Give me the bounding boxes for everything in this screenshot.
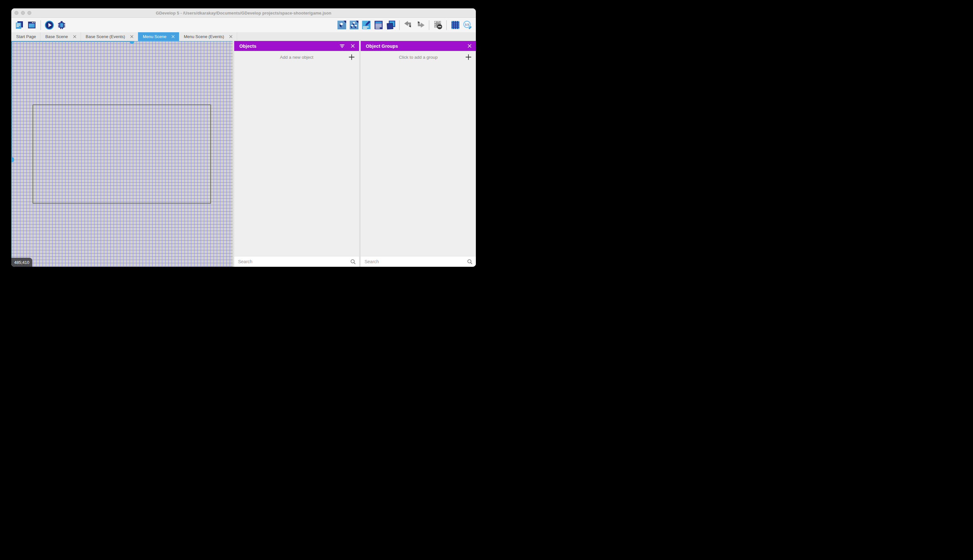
tab-label: Start Page	[16, 34, 36, 39]
close-tab-icon[interactable]	[171, 35, 175, 38]
object-groups-panel-header: Object Groups	[361, 41, 476, 51]
undo-button[interactable]	[403, 20, 413, 30]
close-object-groups-panel-button[interactable]	[468, 44, 472, 48]
object-groups-icon	[349, 20, 359, 30]
toolbar-right-group: 1:1	[335, 20, 473, 30]
project-manager-icon	[15, 20, 25, 30]
objects-panel: Objects	[234, 41, 359, 267]
window-title: GDevelop 5 - /Users/dkarakay/Documents/G…	[156, 11, 332, 15]
open-instances-list-button[interactable]	[373, 20, 383, 30]
objects-search-input[interactable]	[234, 259, 359, 264]
horizontal-scrollbar-thumb[interactable]	[130, 41, 134, 44]
window-mask-icon	[433, 20, 443, 30]
objects-search-bar	[234, 256, 359, 267]
cursor-coordinates-badge: 485;410	[11, 258, 32, 267]
editor-tabbar: Start Page Base Scene Base Scene (Events…	[11, 32, 476, 41]
zoom-options-button[interactable]: 1:1	[463, 20, 472, 30]
tab-label: Base Scene (Events)	[86, 34, 125, 39]
game-window-bounds	[33, 105, 211, 203]
toggle-grid-button[interactable]	[450, 20, 460, 30]
properties-icon	[362, 20, 371, 30]
toggle-window-mask-button[interactable]	[433, 20, 443, 30]
horizontal-scrollbar-fill	[11, 41, 133, 42]
object-groups-panel: Object Groups Click to add a group	[361, 41, 476, 267]
redo-icon	[416, 20, 425, 30]
add-object-plus-icon	[348, 54, 355, 62]
zoom-ratio-label: 1:1	[465, 23, 469, 26]
main-toolbar: 1:1	[11, 18, 476, 32]
close-tab-icon[interactable]	[73, 35, 77, 38]
object-groups-panel-title: Object Groups	[366, 43, 398, 49]
preview-button[interactable]	[45, 20, 54, 30]
add-group-plus-icon	[465, 54, 472, 62]
toolbar-separator	[399, 20, 400, 30]
toolbar-separator	[429, 20, 430, 30]
open-layers-editor-button[interactable]	[386, 20, 395, 30]
layers-icon	[386, 20, 395, 30]
open-object-groups-editor-button[interactable]	[349, 20, 359, 30]
tab-label: Menu Scene (Events)	[184, 34, 224, 39]
filter-objects-button[interactable]	[340, 44, 345, 48]
groups-search-bar	[361, 256, 476, 267]
objects-list-empty[interactable]	[234, 63, 359, 256]
scene-window-button[interactable]	[27, 20, 37, 30]
content-area: 485;410 Objects	[11, 41, 476, 267]
toolbar-separator	[446, 20, 447, 30]
close-tab-icon[interactable]	[229, 35, 233, 38]
groups-list-empty[interactable]	[361, 63, 476, 256]
groups-search-input[interactable]	[361, 259, 476, 264]
add-object-label: Add a new object	[234, 55, 359, 60]
vertical-scrollbar-thumb[interactable]	[11, 157, 14, 162]
objects-panel-title: Objects	[239, 43, 257, 49]
close-window-button[interactable]	[15, 11, 18, 15]
tab-menu-scene-events[interactable]: Menu Scene (Events)	[179, 32, 237, 41]
tab-base-scene-events[interactable]: Base Scene (Events)	[81, 32, 138, 41]
project-manager-button[interactable]	[15, 20, 25, 30]
tab-start-page[interactable]: Start Page	[11, 32, 40, 41]
minimize-window-button[interactable]	[21, 11, 25, 15]
grid-icon	[451, 20, 460, 30]
tab-label: Base Scene	[45, 34, 68, 39]
close-icon	[468, 44, 472, 48]
search-icon	[350, 259, 356, 266]
tab-menu-scene[interactable]: Menu Scene	[138, 32, 179, 41]
objects-panel-header: Objects	[234, 41, 359, 51]
play-icon	[45, 20, 54, 30]
titlebar: GDevelop 5 - /Users/dkarakay/Documents/G…	[11, 8, 476, 18]
maximize-window-button[interactable]	[27, 11, 31, 15]
close-objects-panel-button[interactable]	[351, 44, 355, 48]
gdevelop-window: GDevelop 5 - /Users/dkarakay/Documents/G…	[11, 8, 476, 267]
bug-icon	[57, 20, 67, 30]
close-icon	[351, 44, 355, 48]
open-objects-editor-button[interactable]	[337, 20, 347, 30]
redo-button[interactable]	[415, 20, 425, 30]
instances-list-icon	[374, 20, 383, 30]
add-object-row[interactable]: Add a new object	[234, 51, 359, 63]
scene-editor-canvas[interactable]: 485;410	[11, 41, 233, 267]
open-properties-button[interactable]	[362, 20, 371, 30]
tab-base-scene[interactable]: Base Scene	[40, 32, 81, 41]
window-icon	[27, 20, 37, 30]
undo-icon	[403, 20, 413, 30]
objects-editor-icon	[337, 20, 347, 30]
search-icon	[467, 259, 473, 266]
traffic-lights	[15, 11, 31, 15]
vertical-scrollbar-fill	[11, 41, 12, 159]
close-tab-icon[interactable]	[130, 35, 133, 38]
debugger-button[interactable]	[57, 20, 67, 30]
add-group-label: Click to add a group	[361, 55, 476, 60]
tab-label: Menu Scene	[143, 34, 167, 39]
filter-icon	[340, 44, 345, 48]
zoom-1to1-icon: 1:1	[463, 20, 472, 30]
toolbar-separator	[40, 20, 41, 30]
add-group-row[interactable]: Click to add a group	[361, 51, 476, 63]
